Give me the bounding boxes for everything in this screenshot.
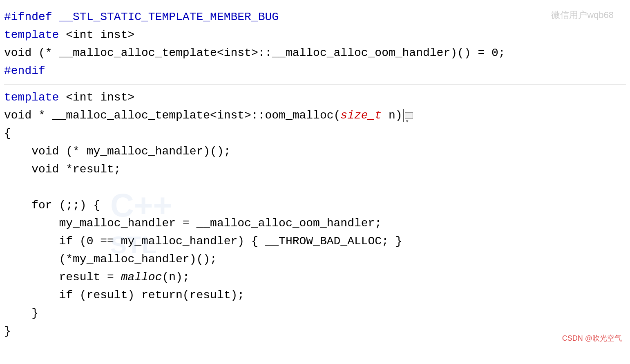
code-token: for (;;) { — [4, 199, 100, 212]
section-divider — [4, 84, 626, 85]
code-token: #endif — [4, 65, 45, 77]
code-line: } — [4, 304, 626, 322]
code-line: } — [4, 322, 626, 340]
code-token: void * __malloc_alloc_template<inst>::oo… — [4, 109, 340, 122]
code-token: <int inst> — [66, 29, 134, 41]
code-line: void *result; — [4, 161, 626, 179]
code-line-empty — [4, 179, 626, 197]
code-token: void *result; — [4, 163, 121, 176]
code-line-cursor: void * __malloc_alloc_template<inst>::oo… — [4, 107, 626, 125]
code-line: (*my_malloc_handler)(); — [4, 250, 626, 268]
code-token: template — [4, 91, 66, 104]
watermark-csdn: CSDN @吹光空气 — [562, 334, 622, 342]
code-token: void (* __malloc_alloc_template<inst>::_… — [4, 47, 505, 59]
code-token: template — [4, 29, 66, 41]
code-line: template <int inst> — [4, 89, 626, 107]
code-line: if (0 == my_malloc_handler) { __THROW_BA… — [4, 232, 626, 250]
code-token: (n); — [162, 271, 189, 284]
code-viewer: 微信用户wqb68 #ifndef __STL_STATIC_TEMPLATE_… — [0, 0, 630, 348]
code-token: n) — [382, 109, 402, 122]
watermark-bottom: CSDN @吹光空气 — [562, 333, 622, 344]
code-line: my_malloc_handler = __malloc_alloc_oom_h… — [4, 214, 626, 232]
code-token: <int inst> — [66, 91, 134, 104]
code-token: { — [4, 127, 11, 140]
code-token: #ifndef __STL_STATIC_TEMPLATE_MEMBER_BUG — [4, 11, 279, 23]
code-line: { — [4, 125, 626, 143]
code-token: malloc — [121, 271, 162, 284]
code-token: size_t — [340, 109, 382, 122]
dropdown-indicator[interactable] — [405, 112, 413, 119]
watermark-top: 微信用户wqb68 — [551, 8, 614, 22]
code-token: } — [4, 325, 11, 337]
code-line: #endif — [4, 62, 626, 80]
code-token: if (result) return(result); — [4, 289, 244, 301]
code-line: void (* __malloc_alloc_template<inst>::_… — [4, 44, 626, 62]
code-token: } — [4, 307, 38, 319]
code-token: result = — [4, 271, 121, 284]
code-line: void (* my_malloc_handler)(); — [4, 143, 626, 161]
code-line: if (result) return(result); — [4, 286, 626, 304]
code-line: #ifndef __STL_STATIC_TEMPLATE_MEMBER_BUG — [4, 8, 626, 26]
code-token: void (* my_malloc_handler)(); — [4, 145, 231, 158]
code-line: template <int inst> — [4, 26, 626, 44]
code-token: my_malloc_handler = __malloc_alloc_oom_h… — [4, 217, 382, 230]
code-token: if (0 == my_malloc_handler) { __THROW_BA… — [4, 235, 402, 248]
code-line: for (;;) { — [4, 197, 626, 214]
code-line: result = malloc(n); — [4, 268, 626, 286]
text-cursor — [403, 109, 404, 122]
code-token: (*my_malloc_handler)(); — [4, 253, 217, 266]
